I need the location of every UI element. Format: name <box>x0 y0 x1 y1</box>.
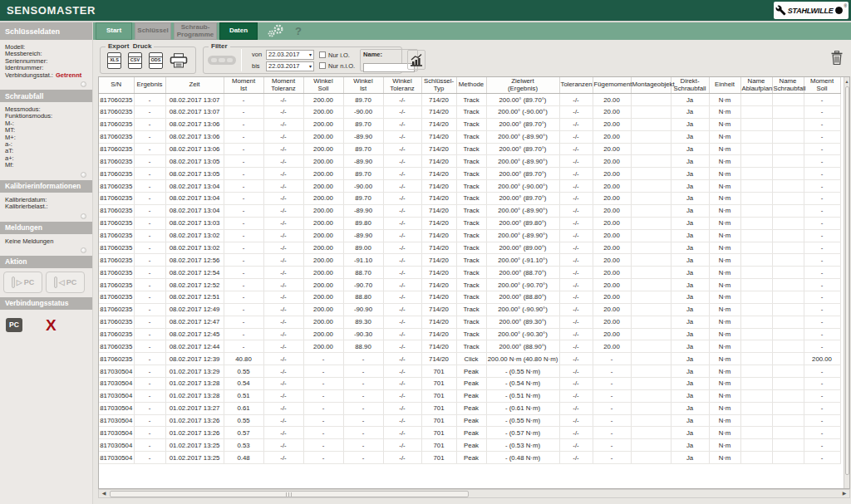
table-row[interactable]: 817060235-08.02.2017 12:3940.80-/----/-7… <box>99 353 840 365</box>
bar-chart-icon <box>410 53 423 66</box>
scroll-right-arrow-icon[interactable]: ▶ <box>840 490 849 497</box>
column-header[interactable]: Montageobjekt <box>631 77 671 94</box>
table-row[interactable]: 817060235-08.02.2017 12:51--/-200.0088.8… <box>99 291 840 303</box>
date-range: von 22.03.2017▾ bis 22.03.2017▾ <box>252 50 314 71</box>
table-row[interactable]: 817060235-08.02.2017 12:47--/-200.0089.3… <box>99 316 840 328</box>
table-row[interactable]: 817060235-08.02.2017 12:52--/-200.00-90.… <box>99 279 840 291</box>
table-cell: 20.00 <box>593 254 631 267</box>
table-row[interactable]: 817030504-01.02.2017 13:290.55-/----/-70… <box>99 365 840 378</box>
table-row[interactable]: 817030504-01.02.2017 13:280.51-/----/-70… <box>99 389 840 402</box>
column-header[interactable]: Ergebnis <box>134 77 165 94</box>
sidebar-section-schluesseldaten[interactable]: Schlüsseldaten <box>0 22 92 40</box>
table-cell: 817030504 <box>99 365 134 378</box>
gears-icon[interactable] <box>266 24 288 38</box>
section-collapse-indicator[interactable] <box>81 213 86 219</box>
horizontal-scroll-thumb[interactable] <box>110 491 469 497</box>
column-header[interactable]: Moment Toleranz <box>263 77 303 94</box>
table-cell: 08.02.2017 13:07 <box>165 106 224 119</box>
column-header[interactable]: Zeit <box>165 77 224 94</box>
column-header[interactable]: Winkel Toleranz <box>383 77 421 94</box>
sidebar-section-kalibrierinformationen[interactable]: Kalibrierinformationen <box>0 180 92 193</box>
help-question-mark-icon[interactable]: ? <box>295 25 302 37</box>
send-to-pc-button[interactable]: ▷ PC <box>3 272 42 293</box>
column-header[interactable]: Winkel Ist <box>343 77 383 94</box>
tab-start[interactable]: Start <box>96 22 132 40</box>
column-header[interactable]: Winkel Soll <box>303 77 343 94</box>
table-cell: - <box>804 168 840 180</box>
wrench-icon <box>775 5 786 16</box>
table-row[interactable]: 817060235-08.02.2017 13:04--/-200.00-90.… <box>99 180 840 193</box>
sidebar-section-meldungen[interactable]: Meldungen <box>0 222 92 234</box>
scroll-left-arrow-icon[interactable]: ◀ <box>100 490 108 497</box>
table-row[interactable]: 817060235-08.02.2017 13:06--/-200.00-89.… <box>99 130 840 143</box>
table-row[interactable]: 817030504-01.02.2017 13:280.54-/----/-70… <box>99 377 840 389</box>
date-to-dropdown[interactable]: 22.03.2017▾ <box>266 61 314 71</box>
column-header[interactable]: Zielwert (Ergebnis) <box>486 77 559 94</box>
table-row[interactable]: 817060235-08.02.2017 12:54--/-200.0088.7… <box>99 267 840 279</box>
table-row[interactable]: 817060235-08.02.2017 12:49--/-200.00-90.… <box>99 303 840 316</box>
section-collapse-indicator[interactable] <box>81 81 86 87</box>
column-header[interactable]: Einheit <box>709 77 740 94</box>
von-label: von <box>252 51 263 58</box>
table-row[interactable]: 817060235-08.02.2017 12:56--/-200.00-91.… <box>99 254 840 267</box>
only-ok-checkbox[interactable]: Nur i.O. <box>319 51 355 59</box>
table-row[interactable]: 817060235-08.02.2017 13:05--/-200.00-89.… <box>99 155 840 168</box>
tab-daten[interactable]: Daten <box>219 22 258 40</box>
table-row[interactable]: 817030504-01.02.2017 13:270.61-/----/-70… <box>99 402 840 414</box>
xls-file-icon[interactable]: XLS <box>107 52 121 69</box>
date-from-dropdown[interactable]: 22.03.2017▾ <box>266 50 314 60</box>
column-header[interactable]: Schlüssel- Typ <box>421 77 456 94</box>
table-row[interactable]: 817060235-08.02.2017 13:07--/-200.0089.7… <box>99 94 840 106</box>
only-nok-checkbox[interactable]: Nur n.i.O. <box>319 62 355 70</box>
csv-file-icon[interactable]: CSV <box>128 52 142 69</box>
table-cell <box>740 340 772 353</box>
table-row[interactable]: 817060235-08.02.2017 13:04--/-200.00-89.… <box>99 204 840 217</box>
column-header[interactable]: Moment Soll <box>804 77 840 94</box>
section-collapse-indicator[interactable] <box>81 172 86 178</box>
vertical-scroll-thumb[interactable] <box>845 86 849 475</box>
table-cell: - <box>303 365 343 378</box>
tab-schluessel[interactable]: Schlüssel <box>135 22 171 40</box>
table-cell: 08.02.2017 12:39 <box>165 353 224 365</box>
connection-status-value: Getrennt <box>56 71 81 79</box>
sidebar-section-aktion[interactable]: Aktion <box>0 256 92 268</box>
vertical-scrollbar[interactable]: ▲ <box>844 77 849 488</box>
table-row[interactable]: 817060235-08.02.2017 13:05--/-200.0089.7… <box>99 168 840 180</box>
column-header[interactable]: S/N <box>99 77 134 94</box>
column-header[interactable]: Name Ablaufplan <box>740 77 772 94</box>
delete-records-button[interactable] <box>829 51 844 67</box>
receive-from-pc-button[interactable]: ◁ PC <box>46 272 85 293</box>
column-header[interactable]: Direkt- Schraubfall <box>671 77 709 94</box>
column-header[interactable]: Fügemoment <box>593 77 631 94</box>
table-row[interactable]: 817060235-08.02.2017 13:06--/-200.0089.7… <box>99 118 840 130</box>
scroll-up-arrow-icon[interactable]: ▲ <box>844 78 849 85</box>
column-header[interactable]: Name Schraubfall <box>772 77 804 94</box>
section-collapse-indicator[interactable] <box>81 247 86 253</box>
statistics-chart-button[interactable] <box>407 50 426 70</box>
printer-icon[interactable] <box>170 53 188 68</box>
table-row[interactable]: 817030504-01.02.2017 13:250.53-/----/-70… <box>99 439 840 452</box>
table-cell: 200.00° (88.80°) <box>486 291 559 303</box>
table-cell <box>772 279 804 291</box>
table-row[interactable]: 817030504-01.02.2017 13:260.55-/----/-70… <box>99 414 840 427</box>
column-header[interactable]: Methode <box>456 77 486 94</box>
column-header[interactable]: Toleranzen <box>559 77 593 94</box>
sidebar-section-schraubfall[interactable]: Schraubfall <box>0 90 92 102</box>
ods-file-icon[interactable]: ODS <box>149 52 163 69</box>
table-row[interactable]: 817030504-01.02.2017 13:250.48-/----/-70… <box>99 452 840 464</box>
column-header[interactable]: Moment Ist <box>224 77 263 94</box>
table-cell: -/- <box>383 365 421 378</box>
table-row[interactable]: 817060235-08.02.2017 13:07--/-200.00-90.… <box>99 106 840 119</box>
table-row[interactable]: 817060235-08.02.2017 13:03--/-200.0089.8… <box>99 217 840 229</box>
table-row[interactable]: 817060235-08.02.2017 12:44--/-200.0088.9… <box>99 340 840 353</box>
table-row[interactable]: 817060235-08.02.2017 13:02--/-200.0089.0… <box>99 242 840 254</box>
sidebar-section-verbindungsstatus[interactable]: Verbindungsstatus <box>0 297 92 310</box>
table-row[interactable]: 817030504-01.02.2017 13:260.57-/----/-70… <box>99 427 840 439</box>
table-cell: 89.70 <box>343 168 383 180</box>
horizontal-scrollbar[interactable]: ◀ ▶ <box>98 489 850 498</box>
table-row[interactable]: 817060235-08.02.2017 13:06--/-200.0089.7… <box>99 143 840 155</box>
table-row[interactable]: 817060235-08.02.2017 13:04--/-200.0089.7… <box>99 193 840 205</box>
table-row[interactable]: 817060235-08.02.2017 13:02--/-200.00-89.… <box>99 229 840 242</box>
table-row[interactable]: 817060235-08.02.2017 12:45--/-200.00-90.… <box>99 328 840 340</box>
tab-schraub-programme[interactable]: Schraub- Programme <box>174 22 217 40</box>
